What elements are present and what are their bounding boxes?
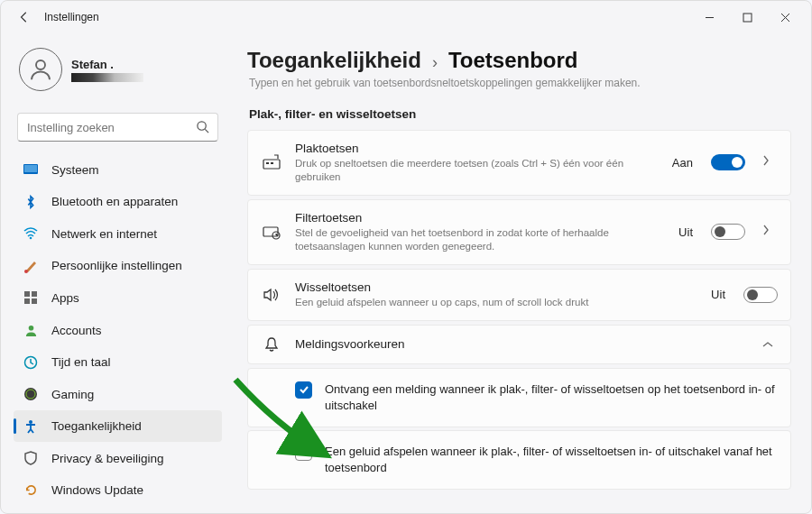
sound-icon: [261, 288, 282, 302]
nav-label: Windows Update: [51, 483, 143, 497]
sidebar-item-apps[interactable]: Apps: [14, 282, 222, 314]
search-input[interactable]: [17, 113, 218, 142]
sidebar-item-personalization[interactable]: Persoonlijke instellingen: [14, 251, 222, 282]
minimize-button[interactable]: [690, 3, 728, 32]
toggle-state: Uit: [711, 288, 725, 301]
checkbox-label: Een geluid afspelen wanneer ik plak-, fi…: [325, 444, 778, 476]
filter-keys-toggle[interactable]: [711, 224, 745, 240]
chevron-right-icon[interactable]: [761, 224, 778, 240]
card-title: Plaktoetsen: [295, 142, 660, 155]
page-description: Typen en het gebruik van toetsenbordsnel…: [249, 77, 791, 89]
main-content: Toegankelijkheid › Toetsenbord Typen en …: [231, 33, 811, 513]
user-name: Stefan .: [71, 58, 143, 71]
notify-checkbox-row: Ontvang een melding wanneer ik plak-, fi…: [247, 368, 791, 427]
breadcrumb: Toegankelijkheid › Toetsenbord: [247, 48, 791, 73]
filter-keys-icon: [261, 224, 282, 240]
svg-point-2: [36, 60, 45, 69]
sidebar-item-system[interactable]: Systeem: [14, 154, 222, 186]
system-icon: [23, 161, 39, 178]
settings-window: Instellingen Stefan . Syst: [0, 0, 812, 514]
maximize-button[interactable]: [728, 3, 766, 32]
sidebar-item-network[interactable]: Netwerk en internet: [14, 218, 222, 250]
user-email-redacted: [71, 73, 143, 82]
svg-rect-10: [32, 291, 37, 297]
nav-label: Accounts: [51, 324, 102, 337]
toggle-keys-toggle[interactable]: [743, 287, 778, 303]
bell-icon: [261, 336, 282, 353]
notify-checkbox[interactable]: [295, 381, 312, 399]
search-box[interactable]: [17, 113, 218, 142]
sidebar-item-bluetooth[interactable]: Bluetooth en apparaten: [14, 187, 222, 218]
filter-keys-card[interactable]: Filtertoetsen Stel de gevoeligheid van h…: [247, 199, 791, 265]
toggle-keys-card[interactable]: Wisseltoetsen Een geluid afspelen wannee…: [247, 269, 791, 321]
notification-prefs-card[interactable]: Meldingsvoorkeuren: [247, 325, 791, 364]
accounts-icon: [23, 322, 39, 338]
svg-rect-11: [24, 298, 30, 304]
svg-rect-12: [32, 298, 37, 304]
svg-point-8: [24, 270, 28, 273]
sidebar-item-update[interactable]: Windows Update: [14, 474, 222, 506]
svg-line-4: [205, 129, 208, 133]
nav-label: Tijd en taal: [51, 355, 111, 369]
nav-label: Apps: [51, 291, 79, 305]
sidebar: Stefan . Systeem Bluetooth en apparaten …: [1, 33, 231, 513]
sticky-keys-card[interactable]: Plaktoetsen Druk op sneltoetsen die meer…: [247, 130, 791, 196]
brush-icon: [23, 258, 39, 274]
sidebar-item-time[interactable]: Tijd en taal: [14, 346, 222, 378]
card-title: Filtertoetsen: [295, 211, 666, 225]
svg-rect-20: [271, 162, 273, 164]
svg-rect-9: [24, 291, 30, 297]
toggle-state: Aan: [672, 156, 693, 170]
shield-icon: [23, 450, 39, 466]
section-title: Plak-, filter- en wisseltoetsen: [249, 107, 791, 121]
svg-point-3: [198, 122, 206, 130]
card-subtitle: Stel de gevoeligheid van het toetsenbord…: [295, 226, 666, 253]
sidebar-item-accounts[interactable]: Accounts: [14, 315, 222, 346]
nav-label: Gaming: [51, 388, 94, 401]
window-title: Instellingen: [44, 11, 99, 23]
nav-label: Bluetooth en apparaten: [51, 195, 178, 208]
bluetooth-icon: [23, 194, 39, 210]
update-icon: [23, 482, 39, 499]
sticky-keys-toggle[interactable]: [711, 154, 745, 170]
nav-label: Netwerk en internet: [51, 227, 157, 241]
sidebar-item-accessibility[interactable]: Toegankelijkheid: [14, 410, 222, 442]
svg-point-13: [28, 325, 33, 330]
avatar: [19, 48, 62, 91]
svg-point-7: [30, 237, 32, 240]
clock-icon: [23, 354, 39, 371]
svg-rect-1: [743, 14, 752, 22]
checkbox-label: Ontvang een melding wanneer ik plak-, fi…: [325, 381, 778, 414]
toggle-state: Uit: [678, 225, 693, 239]
nav-label: Systeem: [51, 163, 99, 177]
breadcrumb-parent[interactable]: Toegankelijkheid: [247, 48, 421, 73]
card-subtitle: Druk op sneltoetsen die meerdere toetsen…: [295, 157, 660, 184]
card-title: Meldingsvoorkeuren: [295, 337, 745, 351]
chevron-up-icon[interactable]: [761, 336, 778, 353]
sound-checkbox-row: Een geluid afspelen wanneer ik plak-, fi…: [247, 430, 791, 490]
titlebar: Instellingen: [1, 1, 811, 33]
chevron-right-icon[interactable]: [761, 154, 778, 170]
sidebar-nav: Systeem Bluetooth en apparaten Netwerk e…: [14, 154, 222, 506]
close-button[interactable]: [766, 3, 804, 32]
nav-label: Privacy & beveiliging: [51, 452, 164, 465]
user-profile[interactable]: Stefan .: [14, 41, 222, 98]
svg-rect-6: [24, 165, 37, 172]
svg-point-17: [29, 420, 32, 424]
apps-icon: [23, 289, 39, 306]
card-title: Wisseltoetsen: [295, 280, 698, 294]
card-subtitle: Een geluid afspelen wanneer u op caps, n…: [295, 296, 698, 309]
svg-rect-19: [266, 162, 269, 164]
sidebar-item-gaming[interactable]: Gaming: [14, 379, 222, 410]
back-button[interactable]: [8, 1, 41, 33]
sound-checkbox[interactable]: [295, 444, 312, 461]
sticky-keys-icon: [261, 154, 282, 170]
accessibility-icon: [23, 418, 39, 435]
network-icon: [23, 225, 39, 242]
breadcrumb-current: Toetsenbord: [448, 48, 578, 73]
search-icon: [196, 120, 209, 137]
nav-label: Toegankelijkheid: [51, 419, 142, 433]
chevron-right-icon: ›: [432, 53, 438, 72]
sidebar-item-privacy[interactable]: Privacy & beveiliging: [14, 443, 222, 474]
nav-label: Persoonlijke instellingen: [51, 259, 182, 272]
